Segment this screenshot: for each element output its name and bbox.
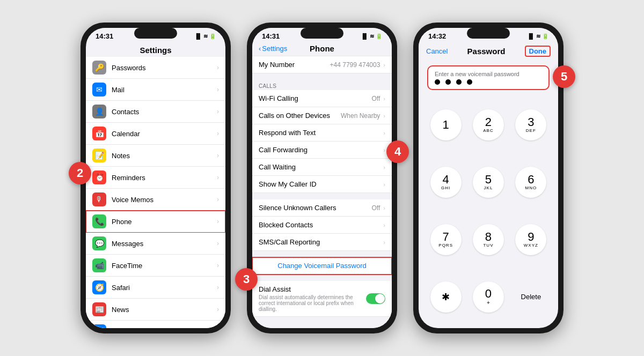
gap2 (252, 193, 392, 199)
safari-label: Safari (112, 284, 211, 292)
settings-item-news[interactable]: 📰 News › (86, 299, 225, 321)
key-1[interactable]: 1 (430, 109, 462, 140)
contacts-label: Contacts (112, 108, 211, 116)
status-icons-1: ▐▌ ≋ 🔋 (194, 33, 216, 39)
voicemail-password-hint: Enter a new voicemail password (435, 71, 542, 77)
show-caller-id-item[interactable]: Show My Caller ID › (252, 176, 392, 193)
phone2-wrapper: 3 4 14:31 ▐▌ ≋ 🔋 ‹ Settings Phone My Num… (247, 23, 397, 333)
my-number-label: My Number (259, 61, 327, 69)
weather-label: Weather (112, 328, 211, 329)
respond-text-item[interactable]: Respond with Text › (252, 124, 392, 142)
calls-other-devices-item[interactable]: Calls on Other Devices When Nearby › (252, 107, 392, 124)
key-7[interactable]: 7 PQRS (430, 224, 462, 255)
weather-icon: ☁ (92, 324, 106, 328)
step-badge-5: 5 (553, 65, 575, 88)
contacts-icon: 👤 (92, 105, 106, 118)
key-4[interactable]: 4 GHI (430, 167, 462, 198)
key-8[interactable]: 8 TUV (473, 224, 504, 255)
key-2[interactable]: 2 ABC (473, 109, 504, 140)
calls-header: Calls (252, 81, 392, 90)
phone-label: Phone (112, 218, 211, 226)
time-2: 14:31 (262, 32, 280, 40)
safari-icon: 🧭 (92, 280, 106, 294)
cancel-button[interactable]: Cancel (426, 47, 448, 55)
facetime-label: FaceTime (112, 262, 211, 270)
settings-list: 🔑 Passwords › ✉ Mail › 👤 Contacts › 📅 Ca… (86, 57, 225, 328)
dot-4 (467, 79, 472, 85)
dot-2 (445, 79, 451, 85)
password-input-area: Enter a new voicemail password (427, 65, 550, 90)
key-star[interactable]: ✱ (430, 281, 462, 313)
dial-desc: Dial assist automatically determines the… (259, 294, 363, 312)
calendar-label: Calendar (112, 130, 211, 138)
my-number-item[interactable]: My Number +44 7799 474003 › (252, 56, 392, 73)
dial-assist-toggle[interactable] (366, 293, 385, 304)
messages-label: Messages (112, 240, 211, 248)
step-badge-4: 4 (386, 140, 409, 163)
settings-item-weather[interactable]: ☁ Weather › (86, 321, 225, 328)
time-1: 14:31 (96, 32, 113, 40)
gap4 (252, 275, 392, 281)
password-header: Cancel Password Done (419, 42, 558, 60)
settings-item-mail[interactable]: ✉ Mail › (86, 79, 225, 101)
my-number-value: +44 7799 474003 (330, 61, 380, 69)
news-icon: 📰 (92, 302, 106, 316)
gap3 (252, 251, 392, 257)
notes-label: Notes (112, 152, 211, 160)
mail-label: Mail (112, 86, 211, 94)
time-3: 14:32 (428, 32, 446, 40)
settings-item-calendar[interactable]: 📅 Calendar › (86, 123, 225, 145)
phone-icon: 📞 (92, 214, 106, 228)
phone1-wrapper: 2 14:31 ▐▌ ≋ 🔋 Settings 🔑 Passwords › ✉ … (80, 23, 231, 333)
messages-icon: 💬 (92, 236, 106, 250)
settings-item-reminders[interactable]: ⏰ Reminders › (86, 167, 225, 189)
reminders-label: Reminders (112, 174, 211, 182)
phone2-frame: 14:31 ▐▌ ≋ 🔋 ‹ Settings Phone My Number … (247, 23, 397, 333)
done-button[interactable]: Done (525, 46, 551, 57)
settings-item-facetime[interactable]: 📹 FaceTime › (86, 255, 225, 277)
notch2 (301, 28, 343, 39)
settings-item-voicememos[interactable]: 🎙 Voice Memos › (86, 189, 225, 211)
settings-title: Settings (86, 42, 225, 57)
gap1 (252, 73, 392, 81)
dot-3 (456, 79, 462, 85)
sms-call-reporting-item[interactable]: SMS/Call Reporting › (252, 234, 392, 251)
voicememos-label: Voice Memos (112, 196, 211, 204)
phone3-wrapper: 5 14:32 ▐▌ ≋ 🔋 Cancel Password Done Ente… (413, 23, 564, 333)
blocked-contacts-item[interactable]: Blocked Contacts › (252, 217, 392, 234)
change-voicemail-item[interactable]: Change Voicemail Password (252, 257, 392, 275)
silence-unknown-item[interactable]: Silence Unknown Callers Off › (252, 199, 392, 217)
call-waiting-item[interactable]: Call Waiting › (252, 159, 392, 176)
wifi-calling-item[interactable]: Wi-Fi Calling Off › (252, 90, 392, 107)
key-6[interactable]: 6 MNO (515, 167, 546, 198)
phone2-header: ‹ Settings Phone (252, 42, 392, 56)
back-button[interactable]: ‹ Settings (259, 44, 287, 53)
phone3-frame: 14:32 ▐▌ ≋ 🔋 Cancel Password Done Enter … (413, 23, 564, 333)
calendar-icon: 📅 (92, 127, 106, 140)
step-badge-3: 3 (235, 268, 258, 291)
dial-assist-item[interactable]: Dial Assist Dial assist automatically de… (252, 281, 392, 317)
mail-icon: ✉ (92, 83, 106, 97)
voicememos-icon: 🎙 (92, 192, 106, 206)
settings-item-contacts[interactable]: 👤 Contacts › (86, 101, 225, 123)
step-badge-2: 2 (69, 162, 91, 184)
dot-1 (435, 79, 440, 85)
settings-item-safari[interactable]: 🧭 Safari › (86, 277, 225, 299)
settings-item-passwords[interactable]: 🔑 Passwords › (86, 57, 225, 79)
phone1-frame: 14:31 ▐▌ ≋ 🔋 Settings 🔑 Passwords › ✉ Ma… (80, 23, 231, 333)
reminders-icon: ⏰ (92, 170, 106, 184)
facetime-icon: 📹 (92, 258, 106, 272)
key-5[interactable]: 5 JKL (473, 167, 504, 198)
key-3[interactable]: 3 DEF (515, 109, 546, 140)
key-9[interactable]: 9 WXYZ (515, 224, 546, 255)
call-forwarding-item[interactable]: Call Forwarding › (252, 142, 392, 159)
notes-icon: 📝 (92, 149, 106, 162)
key-0[interactable]: 0 + (473, 281, 504, 313)
status-icons-3: ▐▌ ≋ 🔋 (527, 33, 548, 39)
password-dots (435, 79, 542, 85)
settings-item-phone[interactable]: 📞 Phone › (86, 211, 225, 233)
settings-item-notes[interactable]: 📝 Notes › (86, 145, 225, 167)
passwords-icon: 🔑 (92, 61, 106, 75)
key-delete[interactable]: Delete (511, 270, 551, 324)
settings-item-messages[interactable]: 💬 Messages › (86, 233, 225, 255)
